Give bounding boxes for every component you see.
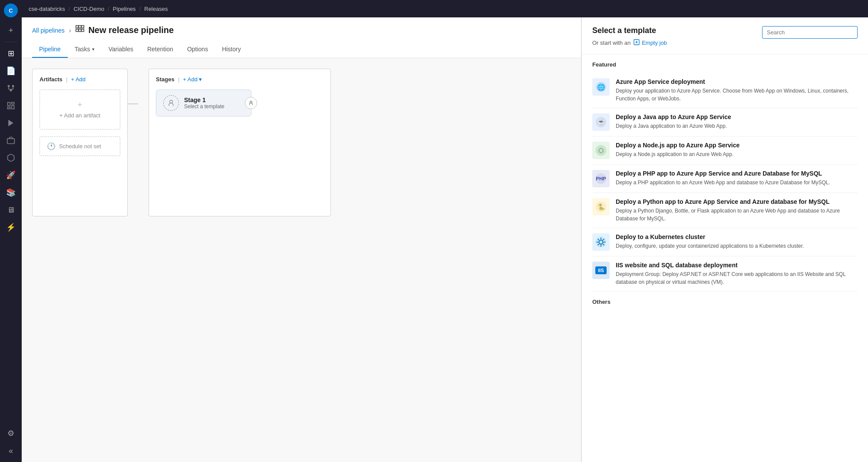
schedule-label: Schedule not set [59,143,101,150]
template-text-python: Deploy a Python app to Azure App Service… [616,198,858,223]
template-desc-k8s: Deploy, configure, update your container… [616,242,858,250]
all-pipelines-link[interactable]: All pipelines [32,27,65,34]
template-item-php[interactable]: PHP Deploy a PHP app to Azure App Servic… [592,165,858,193]
template-desc-nodejs: Deploy a Node.js application to an Azure… [616,150,858,158]
stages-divider: | [178,76,180,83]
stage-name: Stage 1 [184,96,244,103]
svg-point-0 [8,85,10,87]
rocket-icon[interactable]: 🚀 [3,167,19,183]
tab-pipeline[interactable]: Pipeline [32,41,68,58]
svg-point-1 [12,85,14,87]
svg-rect-9 [12,106,14,109]
monitor-icon[interactable]: 🖥 [3,202,19,218]
template-name-java: Deploy a Java app to Azure App Service [616,113,858,120]
artifacts-header-label: Artifacts [40,76,63,83]
breadcrumb-project[interactable]: CICD-Demo [73,6,104,12]
template-logo-php: PHP [592,170,610,187]
deploy-icon[interactable] [3,133,19,148]
git-icon[interactable] [3,80,19,96]
add-stage-dropdown-icon: ▾ [199,76,202,83]
template-logo-k8s [592,233,610,251]
pipelines-icon[interactable] [3,115,19,131]
template-name-nodejs: Deploy a Node.js app to Azure App Servic… [616,142,858,149]
svg-rect-16 [76,29,79,32]
template-text-k8s: Deploy to a Kubernetes cluster Deploy, c… [616,233,858,250]
template-name-iis: IIS website and SQL database deployment [616,262,858,269]
template-item-java[interactable]: ☕ Deploy a Java app to Azure App Service… [592,108,858,136]
svg-rect-15 [82,26,84,28]
artifacts-section: Artifacts | + Add + + Add an artifact 🕐 … [32,69,128,216]
tab-bar: Pipeline Tasks ▾ Variables Retention Opt… [32,41,571,58]
template-logo-python: 🐍 [592,198,610,216]
svg-text:PHP: PHP [596,176,606,181]
svg-text:🐍: 🐍 [597,203,605,211]
boards-icon[interactable] [3,98,19,113]
breadcrumb-page[interactable]: Releases [144,6,168,12]
template-desc-java: Deploy a Java application to an Azure We… [616,122,858,130]
add-artifact-label: + Add an artifact [59,112,100,119]
stage-subtitle: Select a template [184,103,244,110]
search-input[interactable] [762,26,858,39]
template-text-php: Deploy a PHP app to Azure App Service an… [616,170,858,186]
add-artifact-plus-icon: + [78,100,83,110]
collapse-icon[interactable]: « [3,443,19,459]
template-item-iis[interactable]: IIS IIS website and SQL database deploym… [592,256,858,292]
stage-info: Stage 1 Select a template [184,96,244,110]
breadcrumb-section[interactable]: Pipelines [113,6,136,12]
tab-retention[interactable]: Retention [140,41,180,58]
template-desc-python: Deploy a Python Django, Bottle, or Flask… [616,207,858,223]
tab-variables[interactable]: Variables [102,41,140,58]
template-text-azure-app: Azure App Service deployment Deploy your… [616,78,858,103]
svg-rect-13 [76,26,79,28]
svg-rect-7 [8,103,10,106]
settings-icon[interactable]: ⚙ [3,425,19,441]
pipeline-header: All pipelines › New release pipeline Pip… [22,17,581,58]
tab-tasks[interactable]: Tasks ▾ [68,41,102,58]
svg-point-20 [250,101,252,103]
stage-card[interactable]: Stage 1 Select a template [156,90,251,116]
iis-text-icon: IIS [595,266,606,274]
sidebar-divider [4,42,17,42]
breadcrumb-sep3: / [139,6,141,12]
others-label: Others [592,299,858,305]
stage-approver-icon[interactable] [245,97,257,109]
featured-label: Featured [592,61,858,68]
template-panel-subtitle: Or start with an Empty job [592,39,858,47]
template-name-python: Deploy a Python app to Azure App Service… [616,198,858,205]
connector [128,103,138,104]
subtitle-prefix: Or start with an [592,40,630,46]
add-stage-button[interactable]: + Add ▾ [183,76,202,83]
avatar[interactable]: C [4,3,18,17]
pipeline-canvas: Artifacts | + Add + + Add an artifact 🕐 … [22,58,581,462]
template-desc-php: Deploy a PHP application to an Azure Web… [616,179,858,186]
stages-section: Stages | + Add ▾ Stage 1 Sele [149,69,331,216]
schedule-box[interactable]: 🕐 Schedule not set [40,136,120,156]
svg-rect-12 [7,139,15,144]
tab-options[interactable]: Options [180,41,215,58]
tasks-icon[interactable]: ⚡ [3,219,19,235]
sidebar: C + ⊞ 📄 🚀 📚 🖥 ⚡ ⚙ « [0,0,22,462]
template-logo-azure: 🌐 [592,78,610,96]
search-box [762,26,858,39]
book-icon[interactable]: 📚 [3,185,19,200]
template-desc-azure: Deploy your application to Azure App Ser… [616,87,858,103]
add-icon[interactable]: + [3,23,19,38]
add-artifact-box[interactable]: + + Add an artifact [40,90,120,130]
breadcrumb-org[interactable]: cse-databricks [29,6,65,12]
template-panel: Select a template Or start with an Empty… [581,17,868,462]
template-item-kubernetes[interactable]: Deploy to a Kubernetes cluster Deploy, c… [592,228,858,256]
repo-icon[interactable]: 📄 [3,63,19,79]
add-artifact-button[interactable]: + Add [71,76,86,83]
dashboard-icon[interactable]: ⊞ [3,46,19,61]
breadcrumb: cse-databricks / CICD-Demo / Pipelines /… [22,0,868,17]
template-list: Featured 🌐 Azure App Service deployment … [582,54,868,462]
svg-rect-8 [12,103,14,104]
template-item-nodejs[interactable]: ⬡ Deploy a Node.js app to Azure App Serv… [592,136,858,165]
empty-job-link[interactable]: Empty job [633,39,667,47]
tab-history[interactable]: History [215,41,248,58]
template-item-python[interactable]: 🐍 Deploy a Python app to Azure App Servi… [592,193,858,228]
artifacts-divider: | [66,76,68,83]
title-separator: › [69,27,71,34]
artifacts-icon[interactable] [3,150,19,166]
template-item-azure-app-service[interactable]: 🌐 Azure App Service deployment Deploy yo… [592,73,858,108]
